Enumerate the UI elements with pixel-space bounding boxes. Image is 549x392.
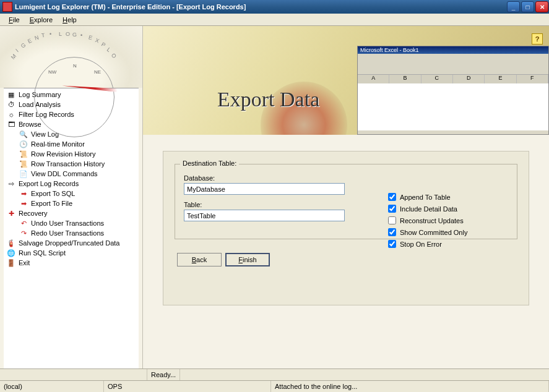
- maximize-button[interactable]: □: [521, 1, 534, 12]
- append-checkbox[interactable]: [388, 193, 396, 201]
- opt-label: Reconstruct Updates: [400, 217, 464, 224]
- magnifier-icon: 🔍: [19, 130, 28, 138]
- compass-graphic: M I G E N T • L O G • E X P L O NW N NE: [0, 26, 142, 88]
- export-sql-icon: ➡: [19, 189, 28, 198]
- nav-exit[interactable]: 🚪Exit: [4, 258, 139, 268]
- excel-title: Microsoft Excel - Book1: [358, 46, 548, 54]
- status-server: (local): [0, 381, 104, 392]
- grid-icon: ▦: [6, 90, 16, 99]
- export-file-icon: ➡: [19, 199, 28, 208]
- back-button[interactable]: Back: [177, 253, 222, 266]
- status-bar-upper: Ready...: [0, 369, 549, 380]
- committed-checkbox[interactable]: [388, 228, 396, 236]
- nav-undo-trans[interactable]: ↶Undo User Transactions: [4, 218, 139, 228]
- opt-label: Show Committed Only: [400, 229, 467, 236]
- nav-label: Salvage Dropped/Truncated Data: [19, 239, 119, 247]
- menu-help[interactable]: Help: [58, 15, 82, 25]
- nav-label: Export Log Records: [19, 180, 79, 187]
- nav-label: Recovery: [19, 210, 47, 217]
- minimize-button[interactable]: _: [507, 1, 520, 12]
- close-button[interactable]: ✕: [535, 1, 548, 12]
- help-button[interactable]: ?: [532, 33, 543, 45]
- nav-label: Exit: [19, 259, 30, 266]
- menu-bar: File Explore Help: [0, 14, 549, 26]
- fieldset-legend: Destination Table:: [180, 160, 239, 167]
- nav-recovery[interactable]: ✚Recovery: [4, 208, 139, 218]
- nav-view-ddl[interactable]: 📄View DDL Commands: [4, 169, 139, 179]
- title-bar: Lumigent Log Explorer (TM) - Enterprise …: [0, 0, 549, 14]
- nav-row-revision[interactable]: 📜Row Revision History: [4, 149, 139, 159]
- export-icon: ⇨: [6, 179, 16, 188]
- banner: Export Data ? Microsoft Excel - Book1 AB…: [143, 26, 549, 135]
- nav-label: Export To SQL: [31, 190, 75, 197]
- status-bar-lower: (local) OPS Attached to the online log..…: [0, 380, 549, 392]
- finish-button[interactable]: Finish: [225, 253, 270, 266]
- nav-row-transaction[interactable]: 📜Row Transaction History: [4, 159, 139, 169]
- include-detail-checkbox[interactable]: [388, 205, 396, 213]
- opt-label: Include Detail Data: [400, 205, 457, 213]
- nav-label: Export To File: [31, 200, 72, 207]
- opt-label: Append To Table: [400, 194, 451, 201]
- opt-label: Stop On Error: [400, 241, 442, 248]
- nav-label: View DDL Commands: [31, 170, 98, 177]
- main-area: M I G E N T • L O G • E X P L O NW N NE …: [0, 26, 549, 369]
- status-ready: Ready...: [147, 369, 180, 380]
- browse-icon: 🗔: [6, 120, 16, 129]
- status-attach: Attached to the online log...: [271, 381, 549, 392]
- content-area: Export Data ? Microsoft Excel - Book1 AB…: [143, 26, 549, 369]
- nav-label: Row Transaction History: [31, 160, 105, 168]
- window-title: Lumigent Log Explorer (TM) - Enterprise …: [15, 3, 506, 11]
- page-title: Export Data: [217, 88, 319, 111]
- nav-run-sql[interactable]: 🌐Run SQL Script: [4, 248, 139, 258]
- salvage-icon: 🧯: [6, 239, 16, 247]
- redo-icon: ↷: [19, 229, 28, 237]
- exit-icon: 🚪: [6, 258, 16, 267]
- nav-label: Run SQL Script: [19, 249, 66, 257]
- app-icon: [2, 2, 12, 12]
- sidebar: M I G E N T • L O G • E X P L O NW N NE …: [0, 26, 143, 369]
- nav-redo-trans[interactable]: ↷Redo User Transactions: [4, 228, 139, 238]
- nav-label: Undo User Transactions: [31, 219, 104, 227]
- reconstruct-checkbox[interactable]: [388, 216, 396, 224]
- globe-icon: 🌐: [6, 249, 16, 257]
- nav-export-file[interactable]: ➡Export To File: [4, 198, 139, 208]
- nav-label: Real-time Monitor: [31, 140, 85, 148]
- menu-explore[interactable]: Explore: [25, 15, 58, 25]
- database-input[interactable]: [184, 183, 345, 195]
- nav-label: Row Revision History: [31, 150, 96, 158]
- filter-icon: ☼: [6, 110, 16, 119]
- nav-label: Redo User Transactions: [31, 229, 104, 237]
- clock-icon: 🕒: [19, 140, 28, 148]
- nav-export-log[interactable]: ⇨Export Log Records: [4, 179, 139, 189]
- stop-error-checkbox[interactable]: [388, 240, 396, 248]
- analysis-icon: ⏱: [6, 100, 16, 109]
- wizard-panel: Destination Table: Database: Table:: [163, 151, 529, 305]
- undo-icon: ↶: [19, 219, 28, 228]
- table-input[interactable]: [184, 210, 345, 221]
- destination-fieldset: Destination Table: Database: Table:: [175, 164, 517, 239]
- window-buttons: _ □ ✕: [506, 1, 549, 12]
- database-label: Database:: [184, 174, 345, 182]
- ddl-icon: 📄: [19, 169, 28, 178]
- nav-label: Browse: [19, 121, 41, 128]
- transaction-icon: 📜: [19, 160, 28, 168]
- nav-salvage[interactable]: 🧯Salvage Dropped/Truncated Data: [4, 238, 139, 248]
- status-mode: OPS: [104, 381, 271, 392]
- menu-file[interactable]: File: [4, 15, 25, 25]
- options-group: Append To Table Include Detail Data Reco…: [388, 193, 467, 252]
- nav-realtime-monitor[interactable]: 🕒Real-time Monitor: [4, 139, 139, 149]
- recovery-icon: ✚: [6, 209, 16, 218]
- wizard-buttons: Back Finish: [177, 253, 517, 266]
- table-label: Table:: [184, 201, 345, 208]
- excel-preview: Microsoft Excel - Book1 ABCDEF: [357, 46, 549, 135]
- revision-icon: 📜: [19, 150, 28, 158]
- nav-export-sql[interactable]: ➡Export To SQL: [4, 189, 139, 198]
